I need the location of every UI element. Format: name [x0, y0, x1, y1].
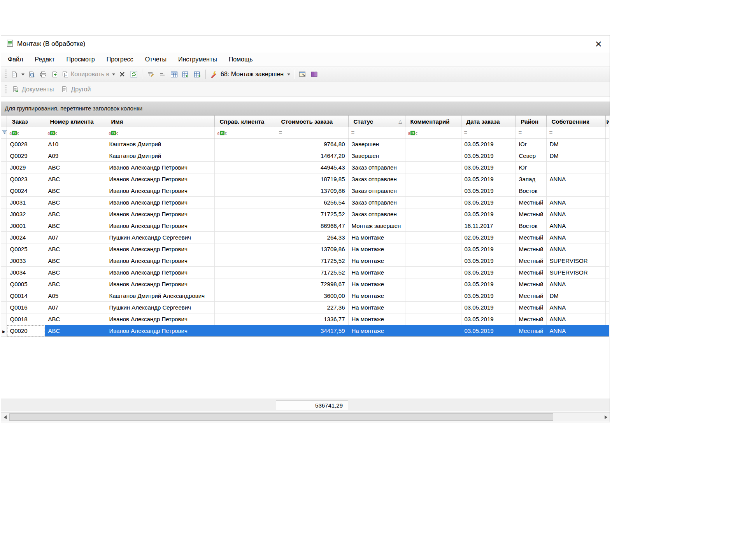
show-grid-button[interactable] [168, 68, 180, 80]
cell-order[interactable]: J0031 [7, 197, 45, 208]
cell-client-ref[interactable] [214, 138, 276, 150]
properties-button[interactable] [296, 68, 308, 80]
cell-comment[interactable] [405, 278, 461, 290]
cell-order-date[interactable]: 03.05.2019 [461, 278, 516, 290]
filter-cell-truncated[interactable] [605, 127, 609, 138]
cell-order-date[interactable]: 03.05.2019 [461, 290, 516, 302]
cell-order[interactable]: J0034 [7, 267, 45, 278]
column-header-name[interactable]: Имя [106, 116, 214, 127]
cell-name[interactable]: Иванов Александр Петрович [106, 313, 214, 325]
filter-cell-status[interactable]: = [348, 127, 405, 138]
cell-order-cost[interactable]: 13709,86 [276, 185, 348, 197]
cell-order-date[interactable]: 03.05.2019 [461, 208, 516, 220]
cell-order-date[interactable]: 03.05.2019 [461, 325, 516, 337]
cell-order-date[interactable]: 03.05.2019 [461, 150, 516, 162]
cell-region[interactable]: Восток [516, 185, 546, 197]
cell-client-number[interactable]: A09 [45, 150, 106, 162]
cell-region[interactable]: Местный [516, 208, 546, 220]
menu-progress[interactable]: Прогресс [101, 54, 139, 65]
cell-order[interactable]: Q0014 [7, 290, 45, 302]
cell-order[interactable]: J0001 [7, 220, 45, 232]
cell-client-ref[interactable] [214, 290, 276, 302]
filter-cell-name[interactable]: aBc [106, 127, 214, 138]
cell-client-number[interactable]: ABC [45, 278, 106, 290]
cell-order-date[interactable]: 03.05.2019 [461, 267, 516, 278]
scroll-right-button[interactable] [602, 413, 610, 422]
menu-view[interactable]: Просмотр [61, 54, 101, 65]
cell-order-date[interactable]: 03.05.2019 [461, 138, 516, 150]
scroll-left-button[interactable] [1, 413, 9, 422]
cell-owner[interactable] [546, 185, 605, 197]
scrollbar-thumb[interactable] [9, 413, 553, 421]
column-header-region[interactable]: Район [516, 116, 546, 127]
cell-client-number[interactable]: ABC [45, 243, 106, 255]
cell-order[interactable]: J0024 [7, 232, 45, 243]
cell-region[interactable]: Местный [516, 290, 546, 302]
filter-cell-order-date[interactable]: = [461, 127, 516, 138]
cell-order-date[interactable]: 03.05.2019 [461, 313, 516, 325]
cell-client-number[interactable]: ABC [45, 220, 106, 232]
cell-comment[interactable] [405, 220, 461, 232]
cell-order-cost[interactable]: 71725,52 [276, 267, 348, 278]
grid-row-Q0016[interactable]: Q0016A07Пушкин Александр Сергеевич227,36… [1, 302, 609, 313]
cell-truncated[interactable] [605, 138, 609, 150]
cell-truncated[interactable] [605, 173, 609, 185]
cell-order[interactable]: Q0024 [7, 185, 45, 197]
cell-truncated[interactable] [605, 220, 609, 232]
cell-order-cost[interactable]: 34417,59 [276, 325, 348, 337]
filter-cell-comment[interactable]: aBc [405, 127, 461, 138]
grid-row-Q0005[interactable]: Q0005ABCИванов Александр Петрович72998,6… [1, 278, 609, 290]
cell-comment[interactable] [405, 325, 461, 337]
cell-client-number[interactable]: ABC [45, 185, 106, 197]
refresh-button[interactable] [128, 68, 140, 80]
filter-cell-client-ref[interactable]: aBc [214, 127, 276, 138]
copy-to-button[interactable]: Копировать в [61, 68, 111, 80]
cell-order-cost[interactable]: 86966,47 [276, 220, 348, 232]
menu-help[interactable]: Помощь [223, 54, 259, 65]
cell-order-cost[interactable]: 1336,77 [276, 313, 348, 325]
cell-truncated[interactable] [605, 302, 609, 313]
close-icon[interactable]: × [593, 38, 604, 50]
cell-comment[interactable] [405, 138, 461, 150]
cell-name[interactable]: Каштанов Дмитрий Александрович [106, 290, 214, 302]
cell-status[interactable]: На монтаже [348, 325, 405, 337]
cell-client-number[interactable]: ABC [45, 173, 106, 185]
cell-status[interactable]: Заказ отправлен [348, 185, 405, 197]
cell-comment[interactable] [405, 290, 461, 302]
grid-row-Q0020[interactable]: ▶Q0020ABCИванов Александр Петрович34417,… [1, 325, 609, 337]
menu-tools[interactable]: Инструменты [172, 54, 223, 65]
grid-row-Q0029[interactable]: Q0029A09Каштанов Дмитрий14647,20Завершен… [1, 150, 609, 162]
cell-name[interactable]: Иванов Александр Петрович [106, 208, 214, 220]
cell-owner[interactable]: ANNA [546, 313, 605, 325]
cell-region[interactable]: Запад [516, 173, 546, 185]
cell-name[interactable]: Каштанов Дмитрий [106, 138, 214, 150]
cell-client-number[interactable]: A07 [45, 232, 106, 243]
column-header-truncated[interactable]: И [605, 116, 609, 127]
cell-name[interactable]: Каштанов Дмитрий [106, 150, 214, 162]
cell-order-cost[interactable]: 264,33 [276, 232, 348, 243]
cell-region[interactable]: Местный [516, 313, 546, 325]
filter-cell-order[interactable]: aBc [7, 127, 45, 138]
cell-order-cost[interactable]: 72998,67 [276, 278, 348, 290]
cell-region[interactable]: Местный [516, 243, 546, 255]
menu-edit[interactable]: Редакт [29, 54, 60, 65]
grid-row-Q0018[interactable]: Q0018ABCИванов Александр Петрович1336,77… [1, 313, 609, 325]
grid-row-J0032[interactable]: J0032ABCИванов Александр Петрович71725,5… [1, 208, 609, 220]
cell-comment[interactable] [405, 197, 461, 208]
cell-comment[interactable] [405, 255, 461, 267]
cell-owner[interactable]: DM [546, 150, 605, 162]
cell-owner[interactable]: ANNA [546, 243, 605, 255]
cell-comment[interactable] [405, 208, 461, 220]
cell-owner[interactable]: DM [546, 290, 605, 302]
grid-row-J0034[interactable]: J0034ABCИванов Александр Петрович71725,5… [1, 267, 609, 278]
export-grid-button[interactable] [180, 68, 191, 80]
cell-comment[interactable] [405, 313, 461, 325]
cell-owner[interactable]: ANNA [546, 302, 605, 313]
cell-order-date[interactable]: 03.05.2019 [461, 197, 516, 208]
cell-truncated[interactable] [605, 255, 609, 267]
cell-client-number[interactable]: ABC [45, 313, 106, 325]
cell-client-number[interactable]: A10 [45, 138, 106, 150]
grid-row-J0031[interactable]: J0031ABCИванов Александр Петрович6256,54… [1, 197, 609, 208]
cell-comment[interactable] [405, 267, 461, 278]
cell-client-number[interactable]: ABC [45, 208, 106, 220]
